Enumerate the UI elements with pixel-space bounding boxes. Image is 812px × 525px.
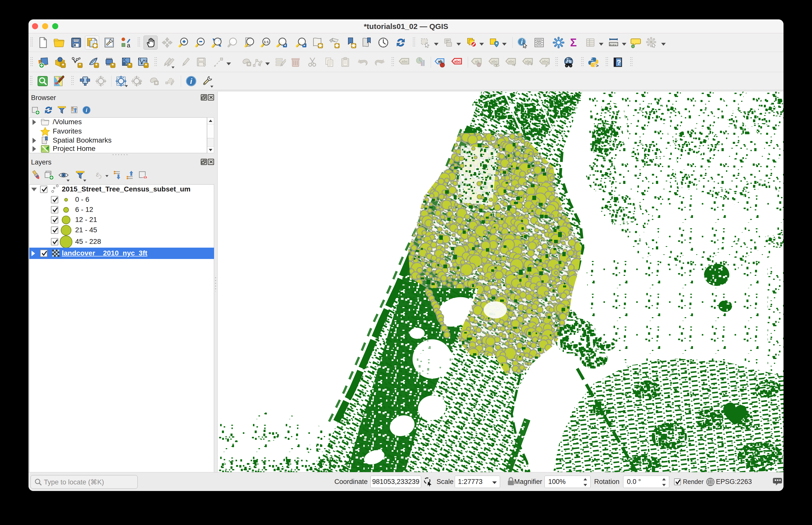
svg-text:a: a: [127, 42, 130, 48]
svg-text:*: *: [79, 62, 81, 68]
svg-text:*: *: [62, 62, 64, 68]
svg-text:*: *: [112, 62, 114, 68]
svg-text:>: >: [596, 63, 599, 68]
svg-text:?: ?: [617, 58, 621, 66]
svg-text:*: *: [145, 62, 147, 68]
svg-text:1:1: 1:1: [264, 40, 269, 44]
svg-text:*: *: [129, 62, 131, 68]
svg-text:Σ: Σ: [570, 37, 577, 48]
svg-text:ε: ε: [96, 170, 99, 178]
svg-text:abc: abc: [542, 59, 549, 63]
svg-text:abc: abc: [491, 59, 498, 63]
svg-text:abc: abc: [402, 59, 408, 63]
svg-text:*: *: [95, 62, 98, 68]
svg-text:i: i: [190, 77, 192, 86]
svg-text:i: i: [521, 38, 523, 46]
svg-text:abc: abc: [508, 59, 515, 63]
svg-text:i: i: [86, 107, 87, 114]
svg-text:abc: abc: [454, 59, 461, 63]
